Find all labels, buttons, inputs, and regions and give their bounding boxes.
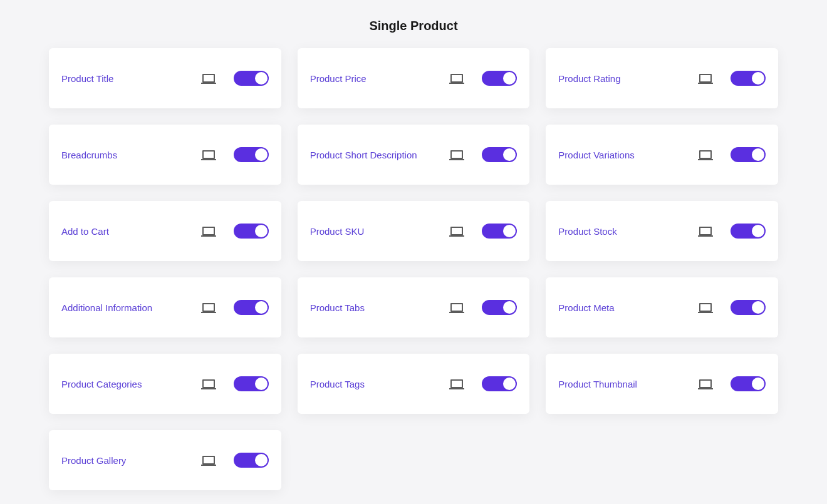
desktop-icon[interactable] bbox=[202, 303, 215, 312]
card-label: Product Stock bbox=[558, 226, 699, 237]
section-title: Single Product bbox=[0, 19, 827, 33]
desktop-icon[interactable] bbox=[699, 379, 712, 388]
card-label: Product Rating bbox=[558, 73, 699, 84]
card-label: Product Tabs bbox=[310, 302, 451, 313]
toggle[interactable] bbox=[482, 300, 517, 315]
card-product-meta: Product Meta bbox=[546, 277, 778, 337]
card-product-short-description: Product Short Description bbox=[298, 125, 530, 185]
card-label: Breadcrumbs bbox=[61, 150, 202, 160]
desktop-icon[interactable] bbox=[450, 227, 463, 235]
card-product-rating: Product Rating bbox=[546, 48, 778, 108]
desktop-icon[interactable] bbox=[450, 379, 463, 388]
card-add-to-cart: Add to Cart bbox=[49, 201, 281, 261]
card-controls bbox=[699, 376, 766, 391]
toggle[interactable] bbox=[482, 147, 517, 162]
card-additional-information: Additional Information bbox=[49, 277, 281, 337]
card-label: Product Price bbox=[310, 73, 451, 84]
card-label: Product Variations bbox=[558, 150, 699, 160]
toggle[interactable] bbox=[234, 453, 269, 468]
card-product-gallery: Product Gallery bbox=[49, 430, 281, 490]
desktop-icon[interactable] bbox=[202, 150, 215, 159]
toggle[interactable] bbox=[731, 71, 766, 86]
card-controls bbox=[202, 147, 269, 162]
card-controls bbox=[699, 147, 766, 162]
card-product-price: Product Price bbox=[298, 48, 530, 108]
desktop-icon[interactable] bbox=[699, 74, 712, 83]
card-product-thumbnail: Product Thumbnail bbox=[546, 354, 778, 414]
card-controls bbox=[202, 71, 269, 86]
card-controls bbox=[450, 376, 517, 391]
desktop-icon[interactable] bbox=[699, 227, 712, 235]
card-controls bbox=[202, 453, 269, 468]
toggle[interactable] bbox=[731, 147, 766, 162]
card-controls bbox=[202, 300, 269, 315]
card-label: Additional Information bbox=[61, 302, 202, 313]
card-product-sku: Product SKU bbox=[298, 201, 530, 261]
card-label: Product Meta bbox=[558, 302, 699, 313]
toggle[interactable] bbox=[234, 71, 269, 86]
desktop-icon[interactable] bbox=[450, 150, 463, 159]
toggle[interactable] bbox=[731, 224, 766, 239]
toggle[interactable] bbox=[482, 71, 517, 86]
card-label: Add to Cart bbox=[61, 226, 202, 237]
toggle[interactable] bbox=[234, 147, 269, 162]
desktop-icon[interactable] bbox=[450, 303, 463, 312]
toggle[interactable] bbox=[234, 224, 269, 239]
card-product-tabs: Product Tabs bbox=[298, 277, 530, 337]
card-label: Product Thumbnail bbox=[558, 379, 699, 389]
card-label: Product Categories bbox=[61, 379, 202, 389]
card-label: Product SKU bbox=[310, 226, 451, 237]
card-breadcrumbs: Breadcrumbs bbox=[49, 125, 281, 185]
desktop-icon[interactable] bbox=[699, 150, 712, 159]
card-product-title: Product Title bbox=[49, 48, 281, 108]
card-product-tags: Product Tags bbox=[298, 354, 530, 414]
card-controls bbox=[450, 224, 517, 239]
toggle[interactable] bbox=[234, 376, 269, 391]
card-controls bbox=[450, 300, 517, 315]
toggle[interactable] bbox=[234, 300, 269, 315]
card-controls bbox=[450, 71, 517, 86]
desktop-icon[interactable] bbox=[202, 456, 215, 465]
card-controls bbox=[202, 376, 269, 391]
desktop-icon[interactable] bbox=[202, 379, 215, 388]
card-product-stock: Product Stock bbox=[546, 201, 778, 261]
toggle[interactable] bbox=[482, 224, 517, 239]
card-label: Product Short Description bbox=[310, 150, 451, 160]
desktop-icon[interactable] bbox=[450, 74, 463, 83]
toggle[interactable] bbox=[482, 376, 517, 391]
cards-grid: Product Title Product Price Product Rati… bbox=[0, 48, 827, 490]
card-controls bbox=[699, 224, 766, 239]
desktop-icon[interactable] bbox=[699, 303, 712, 312]
card-controls bbox=[202, 224, 269, 239]
card-product-categories: Product Categories bbox=[49, 354, 281, 414]
card-controls bbox=[699, 71, 766, 86]
card-product-variations: Product Variations bbox=[546, 125, 778, 185]
desktop-icon[interactable] bbox=[202, 227, 215, 235]
card-controls bbox=[699, 300, 766, 315]
card-label: Product Title bbox=[61, 73, 202, 84]
card-controls bbox=[450, 147, 517, 162]
toggle[interactable] bbox=[731, 300, 766, 315]
card-label: Product Tags bbox=[310, 379, 451, 389]
toggle[interactable] bbox=[731, 376, 766, 391]
desktop-icon[interactable] bbox=[202, 74, 215, 83]
card-label: Product Gallery bbox=[61, 455, 202, 466]
